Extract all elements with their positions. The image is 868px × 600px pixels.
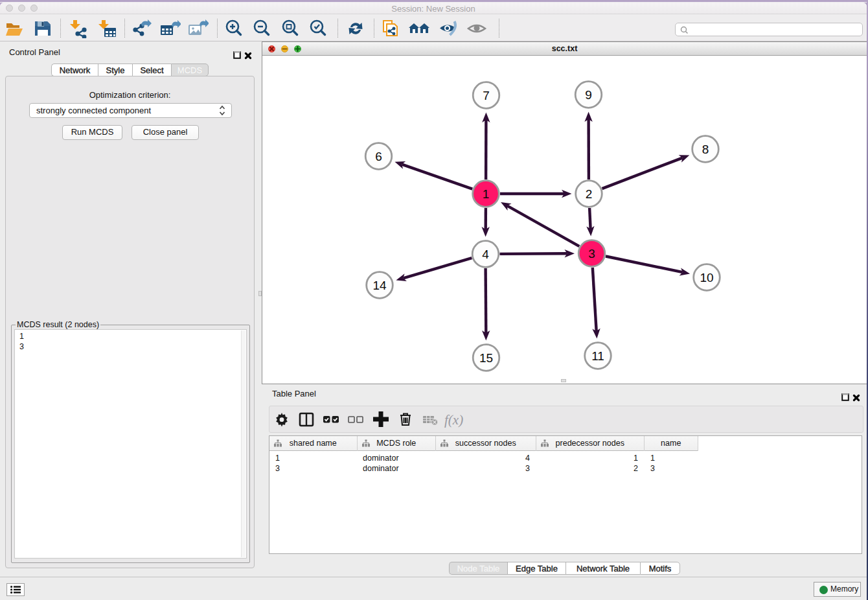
svg-text:14: 14: [372, 279, 387, 292]
svg-text:f(x): f(x): [444, 412, 463, 428]
svg-text:11: 11: [591, 349, 604, 363]
svg-text:2: 2: [586, 187, 593, 201]
svg-text:10: 10: [700, 271, 713, 284]
svg-text:8: 8: [702, 143, 709, 156]
svg-text:1: 1: [483, 187, 490, 201]
svg-text:4: 4: [482, 248, 489, 261]
svg-text:7: 7: [483, 89, 490, 102]
svg-text:6: 6: [375, 150, 382, 163]
svg-text:9: 9: [585, 88, 592, 102]
svg-text:15: 15: [479, 351, 493, 365]
svg-text:3: 3: [588, 247, 595, 260]
